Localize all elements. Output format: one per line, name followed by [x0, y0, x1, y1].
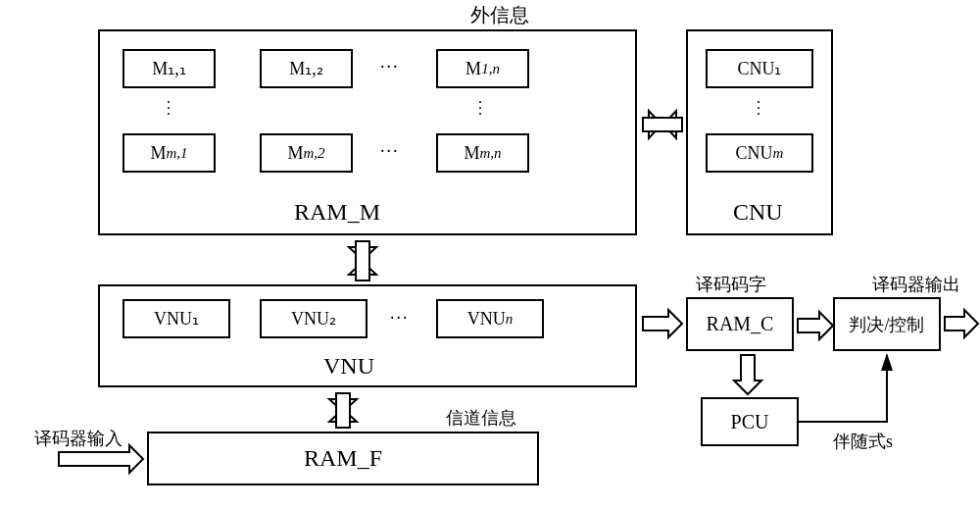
- svg-rect-3: [356, 247, 369, 275]
- arrows-layer: [0, 0, 980, 509]
- svg-rect-6: [336, 399, 350, 422]
- svg-rect-0: [649, 118, 676, 131]
